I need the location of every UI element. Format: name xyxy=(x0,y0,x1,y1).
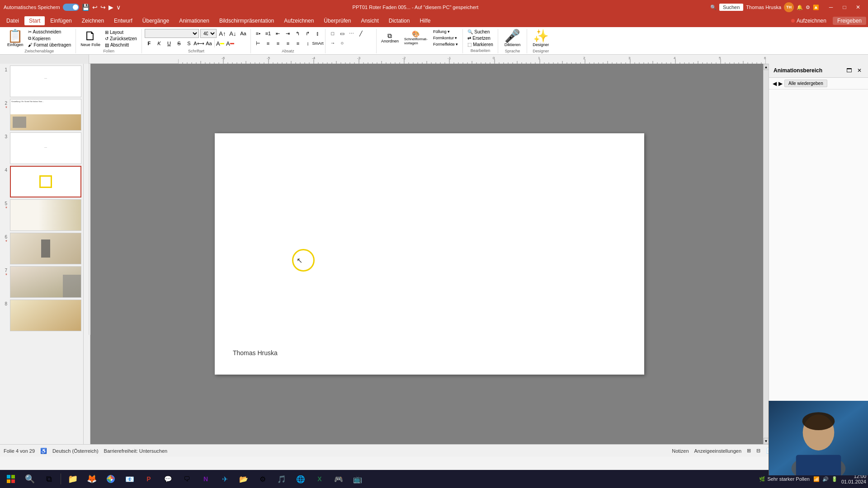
excel-button[interactable]: X xyxy=(311,471,329,487)
clear-format-button[interactable]: Aa xyxy=(239,29,248,38)
browser2-button[interactable]: 🌐 xyxy=(292,471,310,487)
teams-button[interactable]: 💬 xyxy=(159,471,177,487)
abschnitt-button[interactable]: ▤ Abschnitt xyxy=(103,42,139,48)
neue-folie-button[interactable]: 🗋 Neue Folie xyxy=(79,29,102,48)
slide-thumb-5[interactable] xyxy=(10,199,81,231)
menu-aufzeichnen[interactable]: Aufzeichnen xyxy=(279,16,318,25)
font-family-select[interactable] xyxy=(145,29,199,38)
slide-canvas[interactable]: ↖ Thomas Hruska xyxy=(215,133,644,375)
slide-item-5[interactable]: 5* xyxy=(2,199,81,231)
underline-button[interactable]: U xyxy=(165,39,174,48)
menu-ueberpruefen[interactable]: Überprüfen xyxy=(319,16,355,25)
onenote-button[interactable]: N xyxy=(197,471,215,487)
ersetzen-button[interactable]: ⇄ Ersetzen xyxy=(466,35,495,41)
notes-button[interactable]: Notizen xyxy=(672,448,689,454)
strikethrough-button[interactable]: S xyxy=(175,39,184,48)
indent-increase-button[interactable]: ⇥ xyxy=(283,29,292,38)
menu-zeichnen[interactable]: Zeichnen xyxy=(77,16,108,25)
shadow-button[interactable]: S xyxy=(184,39,193,48)
slide-item-8[interactable]: 8 xyxy=(2,300,81,331)
display-settings-button[interactable]: Anzeigeeinstellungen xyxy=(694,448,742,454)
column-button[interactable]: ⫿ xyxy=(313,29,322,38)
app2-button[interactable]: 📺 xyxy=(349,471,367,487)
menu-bildschirm[interactable]: Bildschirmpräsentation xyxy=(215,16,278,25)
slide-item-7[interactable]: 7* xyxy=(2,266,81,298)
slide-item-3[interactable]: 3 — xyxy=(2,132,81,164)
decrease-font-button[interactable]: A↓ xyxy=(228,29,237,38)
kontur-button[interactable]: Formkontur ▾ xyxy=(431,35,460,41)
shape-more[interactable]: ⋯ xyxy=(347,29,356,38)
align-justify-button[interactable]: ≡ xyxy=(293,39,302,48)
font-size-select[interactable]: 40 xyxy=(200,29,217,38)
italic-button[interactable]: K xyxy=(155,39,164,48)
slide-thumb-4[interactable] xyxy=(10,166,81,197)
bold-button[interactable]: F xyxy=(145,39,154,48)
notification-icon[interactable]: 🔔 xyxy=(797,5,803,10)
taskview-button[interactable]: ⧉ xyxy=(40,471,58,487)
effekte-button[interactable]: Formeffekte ▾ xyxy=(431,42,460,47)
font-case-button[interactable]: Aa xyxy=(204,39,213,48)
search-button[interactable]: 🔍 xyxy=(21,471,39,487)
maximize-button[interactable]: □ xyxy=(838,2,851,13)
slide-item-1[interactable]: 1 — xyxy=(2,66,81,97)
slide-editing-area[interactable]: ↖ Thomas Hruska ▲ ▼ xyxy=(90,64,769,444)
app1-button[interactable]: 🎮 xyxy=(330,471,348,487)
menu-uebergaenge[interactable]: Übergänge xyxy=(138,16,174,25)
fuellung-button[interactable]: Füllung ▾ xyxy=(431,29,460,34)
suchen-button[interactable]: 🔍 Suchen xyxy=(466,29,495,35)
slide-thumb-7[interactable] xyxy=(10,266,81,298)
freigeben-button[interactable]: Freigeben xyxy=(833,17,866,25)
play-all-button[interactable]: Alle wiedergeben xyxy=(784,80,827,87)
indent-decrease-button[interactable]: ⇤ xyxy=(274,29,283,38)
menu-datei[interactable]: Datei xyxy=(2,16,24,25)
text-direction-button[interactable]: ⊢ xyxy=(254,39,263,48)
battery-icon[interactable]: 🔋 xyxy=(831,476,838,482)
menu-dictation[interactable]: Dictation xyxy=(384,16,415,25)
font-color-button[interactable]: A xyxy=(226,39,235,48)
diktieren-button[interactable]: 🎤 Diktieren xyxy=(501,29,524,48)
explorer-button[interactable]: 📁 xyxy=(64,471,82,487)
skype-button[interactable]: 🗨 xyxy=(178,471,196,487)
align-left-button[interactable]: ≡ xyxy=(264,39,273,48)
shape-arrow[interactable]: → xyxy=(328,38,337,47)
menu-hilfe[interactable]: Hilfe xyxy=(415,16,435,25)
animation-panel-collapse[interactable]: 🗖 xyxy=(844,66,854,75)
aufzeichnen-button[interactable]: Aufzeichnen xyxy=(787,16,831,25)
share-settings-icon[interactable]: ⚙ xyxy=(806,5,810,10)
more-icon[interactable]: ∨ xyxy=(116,4,121,11)
format-button[interactable]: 🖌 Format übertragen xyxy=(26,42,73,48)
slide-content-text[interactable]: Thomas Hruska xyxy=(233,349,278,357)
view-normal-icon[interactable]: ⊞ xyxy=(747,448,751,454)
media-button[interactable]: 🎵 xyxy=(273,471,291,487)
minimize-button[interactable]: ─ xyxy=(825,2,837,13)
scroll-up-button[interactable]: ▲ xyxy=(764,64,769,70)
line-spacing-button[interactable]: ↕ xyxy=(303,39,312,48)
scroll-down-button[interactable]: ▼ xyxy=(764,438,769,444)
einfuegen-button[interactable]: 📋 Einfügen xyxy=(5,29,25,48)
zuruecksetzen-button[interactable]: ↺ Zurücksetzen xyxy=(103,36,139,42)
view-grid-icon[interactable]: ⊟ xyxy=(756,448,760,454)
vertical-scrollbar[interactable]: ▲ ▼ xyxy=(763,64,769,444)
shape-line[interactable]: ╱ xyxy=(357,29,366,38)
volume-icon[interactable]: 🔊 xyxy=(822,476,829,482)
menu-einfuegen[interactable]: Einfügen xyxy=(46,16,76,25)
powerpoint-button[interactable]: P xyxy=(140,471,158,487)
designer-button[interactable]: ✨ Designer xyxy=(530,29,552,48)
markieren-button[interactable]: ⬚ Markieren xyxy=(466,42,495,47)
shape-oval[interactable]: ○ xyxy=(338,38,347,47)
highlight-button[interactable]: A xyxy=(216,39,225,48)
menu-start[interactable]: Start xyxy=(24,16,45,25)
animation-panel-close[interactable]: ✕ xyxy=(855,66,863,75)
slide-thumb-6[interactable] xyxy=(10,233,81,264)
ausschneiden-button[interactable]: ✂ Ausschneiden xyxy=(26,29,73,35)
autosave-toggle[interactable] xyxy=(63,4,79,11)
ltr-button[interactable]: ↱ xyxy=(303,29,312,38)
play-next-icon[interactable]: ▶ xyxy=(778,80,783,87)
search-icon[interactable]: 🔍 xyxy=(710,5,717,10)
menu-entwurf[interactable]: Entwurf xyxy=(109,16,137,25)
align-right-button[interactable]: ≡ xyxy=(283,39,292,48)
telegram-button[interactable]: ✈ xyxy=(216,471,234,487)
search-box[interactable]: Suchen xyxy=(719,4,743,11)
ribbon-collapse-icon[interactable]: 🔼 xyxy=(813,5,819,10)
menu-animationen[interactable]: Animationen xyxy=(175,16,214,25)
